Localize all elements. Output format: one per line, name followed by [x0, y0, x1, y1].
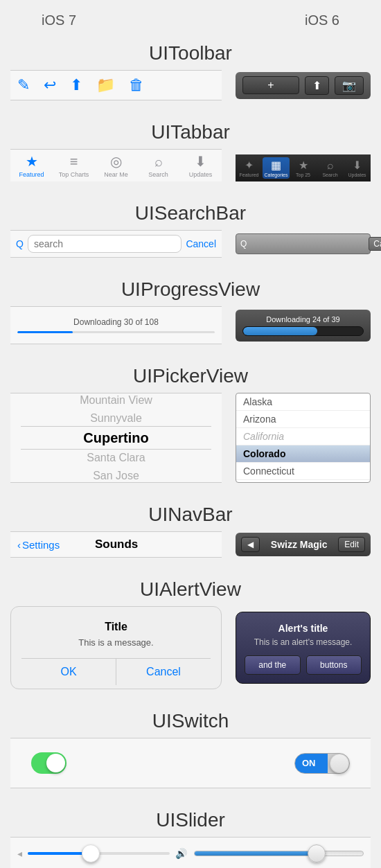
nav-title-ios7: Sounds [95, 538, 138, 551]
picker-item6-0[interactable]: Alaska [236, 393, 370, 411]
pickerview-section-title: UIPickerView [0, 358, 381, 393]
alertview-section-title: UIAlertView [0, 572, 381, 606]
search-magnifier-icon: Q [16, 238, 24, 249]
tab-updates-label: Updates [189, 171, 213, 178]
toolbar-section-title: UIToolbar [0, 35, 381, 70]
picker-item6-3[interactable]: Colorado [236, 445, 370, 463]
ios6-camera-button[interactable]: 📷 [335, 76, 364, 95]
toolbar-ios7: ✎ ↩ ⬆ 📁 🗑 [10, 70, 222, 100]
search-cancel-ios7-button[interactable]: Cancel [186, 238, 216, 249]
slider-fill-ios6 [195, 851, 312, 856]
tab6-search[interactable]: ⌕ Search [317, 159, 344, 177]
progress-track-ios7 [17, 331, 215, 333]
picker-item7-3[interactable]: Santa Clara [10, 449, 222, 467]
ios6-plus-button[interactable]: + [242, 76, 299, 94]
tab6-categories[interactable]: ▦ Categories [263, 157, 290, 179]
switch-section: ON [0, 738, 381, 802]
switch-ios7[interactable] [31, 752, 67, 774]
tab6-updates-icon: ⬇ [353, 159, 362, 172]
picker-item6-1[interactable]: Arizona [236, 411, 370, 428]
picker-item7-1[interactable]: Sunnyvale [10, 409, 222, 427]
picker-ios6[interactable]: Alaska Arizona California Colorado Conne… [236, 393, 371, 483]
searchbar-section-title: UISearchBar [0, 195, 381, 230]
slider-track-ios7[interactable] [28, 852, 170, 855]
picker-item6-4[interactable]: Connecticut [236, 463, 370, 480]
tab6-search-label: Search [322, 172, 337, 177]
search-icon: ⌕ [154, 154, 163, 170]
slider-thumb-ios7[interactable] [82, 844, 100, 862]
alert-cancel-button[interactable]: Cancel [116, 659, 211, 685]
tab-topcharts[interactable]: ≡ Top Charts [53, 154, 95, 178]
tab6-top25-label: Top 25 [296, 172, 310, 177]
share-icon[interactable]: ⬆ [70, 76, 82, 94]
tabbar-section-title: UITabbar [0, 114, 381, 149]
nav-back-ios6-button[interactable]: ◀ [241, 537, 260, 552]
slider-track-ios6[interactable] [194, 851, 364, 856]
tabbar-section: ★ Featured ≡ Top Charts ◎ Near Me ⌕ Sear… [0, 149, 381, 195]
alert-ok-button[interactable]: OK [21, 659, 116, 685]
tab-search-label: Search [148, 171, 168, 178]
switch-section-title: UISwitch [0, 703, 381, 738]
navbar-ios7: ‹ Settings Sounds [10, 531, 222, 558]
ios6-share-button[interactable]: ⬆ [305, 76, 329, 95]
picker-item7-2[interactable]: Cupertino [10, 427, 222, 449]
tab6-featured[interactable]: ✦ Featured [236, 159, 263, 177]
ios7-header-label: iOS 7 [42, 12, 76, 28]
picker-ios7[interactable]: Mountain View Sunnyvale Cupertino Santa … [10, 393, 222, 483]
slider-speaker-icon: 🔊 [175, 848, 187, 859]
slider-section-title: UISlider [0, 802, 381, 837]
undo-icon[interactable]: ↩ [44, 76, 56, 94]
nav-back-label: Settings [22, 539, 60, 551]
picker-item6-2[interactable]: California [236, 428, 370, 445]
alert-title-ios7: Title [21, 621, 211, 633]
alert-buttons-button[interactable]: buttons [306, 655, 362, 675]
tab6-search-icon: ⌕ [327, 159, 334, 172]
progress-section: Downloading 30 of 108 Downloading 24 of … [0, 306, 381, 358]
tab6-updates[interactable]: ⬇ Updates [344, 159, 371, 177]
tab-updates[interactable]: ⬇ Updates [179, 153, 222, 178]
alert-buttons-ios6: and the buttons [245, 655, 362, 675]
tabbar-ios6: ✦ Featured ▦ Categories ★ Top 25 ⌕ Searc… [236, 154, 371, 181]
alert-ios7: Title This is a message. OK Cancel [10, 606, 222, 689]
alert-msg-ios7: This is a message. [21, 637, 211, 648]
alert-buttons-ios7: OK Cancel [21, 658, 211, 685]
progress-fill-ios7 [17, 331, 73, 333]
progress-label-ios6: Downloading 24 of 39 [242, 315, 364, 324]
arrow-left-icon: ◀ [247, 540, 254, 549]
tab-nearme[interactable]: ◎ Near Me [95, 153, 137, 178]
tab-topcharts-label: Top Charts [59, 171, 89, 178]
slider-fill-ios7 [28, 852, 85, 855]
alert-andthe-button[interactable]: and the [245, 655, 301, 675]
tab6-top25-icon: ★ [299, 159, 308, 172]
toolbar-section: ✎ ↩ ⬆ 📁 🗑 + ⬆ 📷 [0, 70, 381, 114]
switch-knob-ios6 [330, 754, 349, 773]
edit-icon[interactable]: ✎ [17, 76, 30, 94]
toolbar-ios6: + ⬆ 📷 [236, 72, 371, 99]
navbar-section: ‹ Settings Sounds ◀ Swizz Magic Edit [0, 531, 381, 572]
alert-title-ios6: Alert's title [245, 623, 362, 634]
trash-icon[interactable]: 🗑 [129, 76, 144, 94]
switch-on-label: ON [302, 758, 316, 768]
alert-ios6: Alert's title This is an alert's message… [236, 612, 371, 684]
progress-label-ios7: Downloading 30 of 108 [17, 317, 215, 327]
slider-min-icon: ◂ [17, 848, 22, 859]
search-input-ios6[interactable] [249, 239, 366, 249]
picker-item7-4[interactable]: San Jose [10, 467, 222, 484]
tab6-top25[interactable]: ★ Top 25 [290, 159, 317, 177]
switch-ios6[interactable]: ON [294, 753, 350, 774]
folder-icon[interactable]: 📁 [96, 76, 115, 94]
slider-section: ◂ 🔊 [0, 837, 381, 868]
star-icon: ★ [26, 153, 38, 170]
nav-back-ios7-button[interactable]: ‹ Settings [17, 539, 60, 551]
search-cancel-ios6-button[interactable]: Cancel [369, 237, 381, 251]
tab-featured[interactable]: ★ Featured [10, 153, 53, 178]
search-input-ios7[interactable] [28, 235, 182, 253]
tab-featured-label: Featured [19, 171, 44, 178]
picker-item7-0[interactable]: Mountain View [10, 393, 222, 409]
tab-search[interactable]: ⌕ Search [137, 154, 179, 178]
nav-title-ios6: Swizz Magic [271, 539, 328, 550]
tabbar-ios7: ★ Featured ≡ Top Charts ◎ Near Me ⌕ Sear… [10, 149, 222, 181]
tab6-categories-icon: ▦ [271, 159, 281, 172]
slider-thumb-ios6[interactable] [308, 844, 326, 862]
nav-edit-ios6-button[interactable]: Edit [338, 537, 365, 552]
